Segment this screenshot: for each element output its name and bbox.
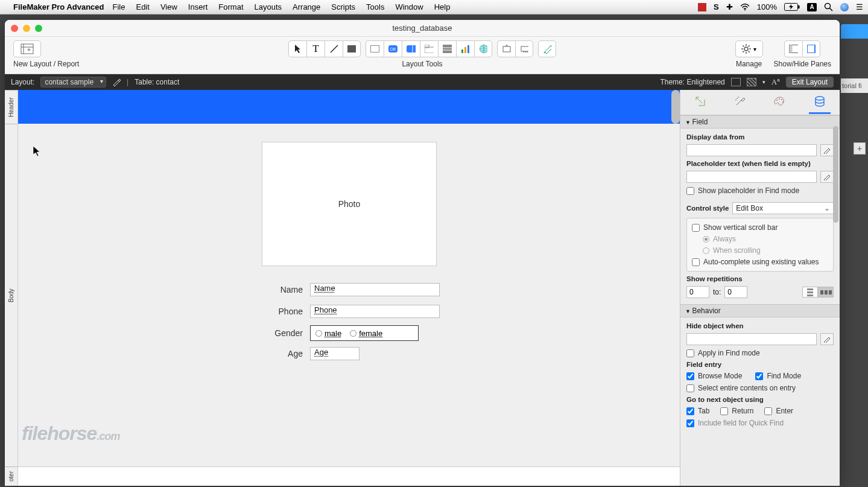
menubar-extra-3-icon[interactable]: ✚ xyxy=(726,2,733,11)
canvas-body-area[interactable]: Photo Name Name Phone Phone Gender male … xyxy=(18,124,680,466)
window-close-button[interactable] xyxy=(11,25,18,32)
battery-icon[interactable] xyxy=(784,3,800,11)
menu-arrange[interactable]: Arrange xyxy=(293,2,320,11)
svg-rect-38 xyxy=(808,45,816,53)
keyboard-icon[interactable]: A xyxy=(807,3,817,11)
apply-find-checkbox[interactable]: Apply in Find mode xyxy=(686,349,834,357)
text-format-icon[interactable]: Aa xyxy=(771,77,780,87)
manage-menu-button[interactable]: ▾ xyxy=(735,40,763,57)
inspector-tab-position[interactable] xyxy=(689,91,711,114)
edit-layout-icon[interactable] xyxy=(112,78,121,86)
vertical-scrollbar[interactable] xyxy=(671,90,680,124)
background-add-button[interactable]: + xyxy=(854,142,866,154)
window-zoom-button[interactable] xyxy=(35,25,42,32)
exit-layout-button[interactable]: Exit Layout xyxy=(786,77,834,88)
control-style-select[interactable]: Edit Box xyxy=(732,202,834,214)
inspector-tab-data[interactable] xyxy=(809,91,831,114)
spotlight-icon[interactable] xyxy=(824,2,833,11)
menu-scripts[interactable]: Scripts xyxy=(331,2,355,11)
menu-layouts[interactable]: Layouts xyxy=(255,2,282,11)
theme-icon-1[interactable] xyxy=(731,78,741,86)
rep-to-label: to: xyxy=(713,288,721,296)
line-tool-icon[interactable] xyxy=(325,40,343,57)
wifi-icon[interactable] xyxy=(740,4,750,11)
tab-checkbox[interactable]: Tab xyxy=(686,407,709,415)
theme-icon-2[interactable] xyxy=(747,78,756,86)
layout-canvas[interactable]: Photo Name Name Phone Phone Gender male … xyxy=(18,90,680,486)
canvas-header-area[interactable] xyxy=(18,90,680,124)
button-tool-icon[interactable]: OK xyxy=(384,40,402,57)
menu-file[interactable]: File xyxy=(113,2,125,11)
age-field[interactable]: Age xyxy=(310,347,360,360)
tab-tool-icon[interactable] xyxy=(420,40,438,57)
battery-percent: 100% xyxy=(757,2,777,11)
app-name[interactable]: FileMaker Pro Advanced xyxy=(13,2,104,11)
menubar-extra-1-icon[interactable] xyxy=(698,3,706,11)
name-field[interactable]: Name xyxy=(310,283,440,296)
autocomplete-checkbox[interactable]: Auto-complete using existing values xyxy=(692,258,828,266)
canvas-footer-area[interactable] xyxy=(18,466,680,486)
field-tool-icon[interactable] xyxy=(366,40,384,57)
section-behavior-header[interactable]: Behavior xyxy=(680,304,840,317)
notification-center-icon[interactable]: ☰ xyxy=(856,2,863,11)
hide-object-input[interactable] xyxy=(686,333,817,345)
menu-window[interactable]: Window xyxy=(395,2,423,11)
hide-object-edit-button[interactable] xyxy=(820,333,834,345)
menu-tools[interactable]: Tools xyxy=(366,2,384,11)
menubar-extra-4-icon[interactable] xyxy=(840,3,849,11)
section-field-header[interactable]: Field xyxy=(680,115,840,129)
inspector-tab-appearance[interactable] xyxy=(769,91,791,114)
right-pane-toggle[interactable] xyxy=(802,40,820,57)
theme-caret-icon[interactable]: ▾ xyxy=(762,79,765,85)
placeholder-input[interactable] xyxy=(686,171,817,183)
buttonbar-tool-icon[interactable] xyxy=(402,40,420,57)
slide-tool-icon[interactable] xyxy=(515,40,533,57)
placeholder-edit-button[interactable] xyxy=(820,171,834,183)
new-layout-button[interactable]: + xyxy=(13,40,41,57)
photo-container-field[interactable]: Photo xyxy=(262,142,437,266)
rep-orientation-toggle[interactable] xyxy=(802,287,834,298)
inspector-scrollbar[interactable] xyxy=(833,126,838,223)
part-footer-handle[interactable]: oter xyxy=(5,466,17,486)
show-placeholder-checkbox[interactable]: Show placeholder in Find mode xyxy=(686,186,834,195)
chart-tool-icon[interactable] xyxy=(456,40,474,57)
menu-edit[interactable]: Edit xyxy=(136,2,149,11)
field-picker-tool-icon[interactable] xyxy=(538,40,556,57)
theme-label[interactable]: Theme: Enlightened xyxy=(660,78,724,86)
find-mode-checkbox[interactable]: Find Mode xyxy=(755,372,801,380)
part-header-handle[interactable]: Header xyxy=(5,90,17,124)
phone-field[interactable]: Phone xyxy=(310,305,440,318)
text-tool-icon[interactable]: T xyxy=(306,40,325,57)
menu-help[interactable]: Help xyxy=(434,2,451,11)
gender-field[interactable]: male female xyxy=(310,325,419,341)
tool-group-basic: T xyxy=(288,40,361,57)
part-body-handle[interactable]: Body xyxy=(5,124,17,466)
enter-checkbox[interactable]: Enter xyxy=(764,407,793,415)
rep-from-input[interactable] xyxy=(686,286,709,298)
show-scrollbar-checkbox[interactable]: Show vertical scroll bar xyxy=(692,223,828,232)
rep-to-input[interactable] xyxy=(724,286,747,298)
display-data-input[interactable] xyxy=(686,144,817,156)
menu-format[interactable]: Format xyxy=(218,2,243,11)
display-data-edit-button[interactable] xyxy=(820,144,834,156)
layout-bar: Layout: contact sample | Table: contact … xyxy=(5,74,840,90)
rect-tool-icon[interactable] xyxy=(343,40,361,57)
menu-insert[interactable]: Insert xyxy=(188,2,208,11)
layout-select[interactable]: contact sample xyxy=(40,77,106,88)
return-checkbox[interactable]: Return xyxy=(720,407,753,415)
rep-horizontal-icon[interactable] xyxy=(818,287,834,298)
quickfind-checkbox[interactable]: Include field for Quick Find xyxy=(686,419,834,427)
left-pane-toggle[interactable] xyxy=(784,40,802,57)
popover-tool-icon[interactable] xyxy=(497,40,515,57)
inspector-tab-styles[interactable] xyxy=(729,91,751,114)
pointer-tool-icon[interactable] xyxy=(288,40,306,57)
window-minimize-button[interactable] xyxy=(23,25,30,32)
select-entire-checkbox[interactable]: Select entire contents on entry xyxy=(686,384,834,392)
background-tab[interactable] xyxy=(841,24,868,39)
menu-view[interactable]: View xyxy=(160,2,177,11)
browse-mode-checkbox[interactable]: Browse Mode xyxy=(686,372,742,380)
rep-vertical-icon[interactable] xyxy=(802,287,818,298)
portal-tool-icon[interactable] xyxy=(438,40,456,57)
menubar-extra-2-icon[interactable]: S xyxy=(714,2,719,11)
webviewer-tool-icon[interactable] xyxy=(474,40,492,57)
